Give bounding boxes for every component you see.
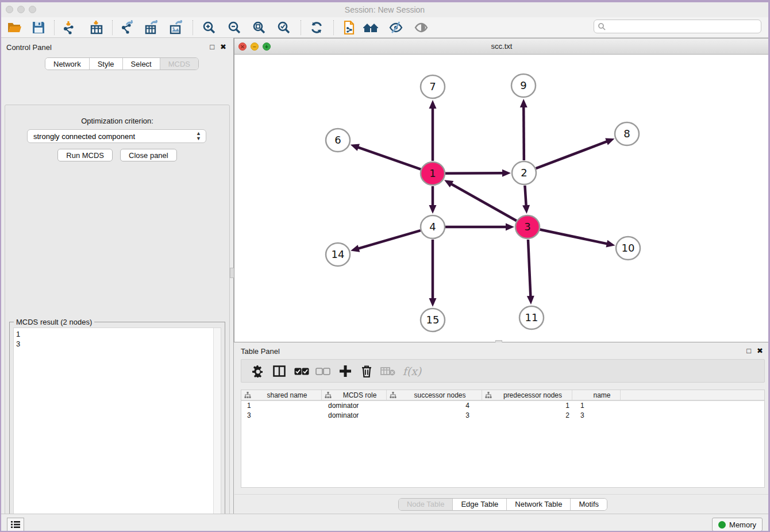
delete-table-icon[interactable]	[379, 363, 396, 379]
edge-4-14[interactable]	[359, 230, 421, 249]
zoom-out-icon[interactable]	[226, 20, 243, 36]
float-panel-icon[interactable]: □	[210, 43, 214, 51]
tab-mcds[interactable]: MCDS	[160, 58, 198, 70]
tab-edge-table[interactable]: Edge Table	[453, 499, 507, 510]
task-history-button[interactable]	[7, 518, 24, 531]
split-columns-icon[interactable]	[271, 363, 288, 379]
toolbar-separator	[192, 20, 193, 35]
tab-network[interactable]: Network	[45, 58, 90, 70]
save-session-icon[interactable]	[30, 20, 47, 36]
search-icon	[598, 22, 606, 30]
import-table-icon[interactable]	[88, 20, 105, 36]
tab-node-table[interactable]: Node Table	[399, 499, 453, 510]
cell-name[interactable]: 1	[575, 401, 623, 411]
tab-select[interactable]: Select	[123, 58, 160, 70]
node-14[interactable]: 14	[326, 243, 350, 266]
edge-2-9[interactable]	[523, 107, 524, 160]
window-title: Session: New Session	[1, 5, 768, 14]
cell-MCDS-role[interactable]: dominator	[322, 411, 388, 421]
node-4[interactable]: 4	[421, 215, 445, 238]
cell-predecessor-nodes[interactable]: 2	[484, 411, 575, 421]
node-8[interactable]: 8	[615, 122, 639, 145]
run-mcds-button[interactable]: Run MCDS	[57, 149, 113, 161]
cell-name[interactable]: 3	[575, 411, 623, 421]
scrollbar[interactable]	[213, 328, 221, 532]
hide-panel-icon[interactable]	[387, 20, 405, 36]
tab-network-table[interactable]: Network Table	[507, 499, 571, 510]
network-window-titlebar[interactable]: ✕ − + scc.txt	[234, 38, 769, 55]
main-toolbar	[1, 17, 768, 38]
result-line: 1	[16, 329, 20, 339]
edge-2-8[interactable]	[536, 141, 607, 168]
open-session-icon[interactable]	[6, 20, 23, 36]
deselect-checkboxes-icon[interactable]	[314, 363, 332, 379]
column-header-successor-nodes[interactable]: successor nodes	[387, 390, 482, 400]
select-all-checkboxes-icon[interactable]	[293, 363, 310, 379]
mcds-result-groupbox: MCDS result (2 nodes) 13	[9, 322, 225, 532]
node-11[interactable]: 11	[519, 306, 544, 329]
cell-shared-name[interactable]: 3	[241, 411, 322, 421]
add-column-icon[interactable]	[337, 363, 354, 379]
search-field[interactable]	[594, 20, 761, 33]
tab-style[interactable]: Style	[90, 58, 123, 70]
show-panel-icon[interactable]	[413, 20, 430, 36]
edge-3-10[interactable]	[540, 230, 607, 244]
zoom-selected-icon[interactable]	[275, 20, 292, 36]
node-10[interactable]: 10	[616, 237, 640, 260]
optimization-criterion-label: Optimization criterion:	[5, 117, 229, 125]
close-table-panel-icon[interactable]: ✖	[757, 347, 763, 354]
delete-column-icon[interactable]	[358, 363, 375, 379]
cell-successor-nodes[interactable]: 4	[388, 401, 484, 411]
cell-shared-name[interactable]: 1	[241, 401, 322, 411]
edge-3-11[interactable]	[528, 240, 530, 296]
node-label: 2	[521, 167, 527, 179]
list-icon	[11, 521, 20, 529]
close-panel-button[interactable]: Close panel	[120, 149, 177, 161]
node-7[interactable]: 7	[421, 75, 445, 98]
cell-successor-nodes[interactable]: 3	[388, 411, 484, 421]
memory-button[interactable]: Memory	[712, 518, 763, 531]
home-icon[interactable]	[362, 20, 379, 36]
cell-MCDS-role[interactable]: dominator	[322, 401, 388, 411]
node-6[interactable]: 6	[326, 129, 350, 152]
refresh-icon[interactable]	[308, 20, 325, 36]
column-header-name[interactable]: name	[572, 390, 621, 400]
column-header-shared-name[interactable]: shared name	[241, 390, 322, 400]
table-row[interactable]: 3dominator323	[241, 411, 764, 421]
export-network-icon[interactable]	[118, 20, 136, 36]
table-row[interactable]: 1dominator411	[241, 401, 764, 411]
import-network-icon[interactable]	[60, 20, 78, 36]
edge-1-2[interactable]	[445, 173, 503, 174]
network-canvas[interactable]: 7968124314101511	[234, 55, 769, 342]
node-2[interactable]: 2	[512, 161, 536, 184]
gear-icon[interactable]	[249, 363, 267, 379]
edge-3-1[interactable]	[451, 184, 517, 221]
node-15[interactable]: 15	[421, 309, 445, 331]
float-table-panel-icon[interactable]: □	[746, 347, 751, 354]
search-input[interactable]	[608, 21, 761, 32]
close-panel-icon[interactable]: ✖	[220, 43, 226, 51]
column-header-MCDS-role[interactable]: MCDS role	[322, 390, 387, 400]
optimization-criterion-select[interactable]: strongly connected component ▲▼	[27, 129, 206, 143]
node-label: 14	[332, 248, 345, 260]
export-image-icon[interactable]	[168, 20, 185, 36]
edge-1-6[interactable]	[358, 147, 421, 169]
zoom-in-icon[interactable]	[201, 20, 218, 36]
memory-status-icon	[718, 521, 726, 529]
export-table-icon[interactable]	[143, 20, 160, 36]
node-1[interactable]: 1	[421, 162, 445, 185]
node-9[interactable]: 9	[511, 74, 536, 97]
zoom-fit-icon[interactable]	[251, 20, 268, 36]
toolbar-separator	[54, 20, 55, 35]
function-builder-icon[interactable]: f(x)	[399, 363, 425, 379]
mcds-result-textarea[interactable]: 13	[13, 327, 221, 532]
node-label: 10	[622, 242, 635, 254]
column-header-predecessor-nodes[interactable]: predecessor nodes	[482, 390, 572, 400]
node-3[interactable]: 3	[515, 215, 540, 238]
control-panel-tabs: NetworkStyleSelectMCDS	[45, 57, 199, 70]
edge-2-3[interactable]	[525, 186, 526, 206]
tab-motifs[interactable]: Motifs	[571, 499, 607, 510]
table-tabs: Node TableEdge TableNetwork TableMotifs	[398, 498, 607, 511]
copy-network-icon[interactable]	[340, 20, 357, 36]
cell-predecessor-nodes[interactable]: 1	[484, 401, 575, 411]
